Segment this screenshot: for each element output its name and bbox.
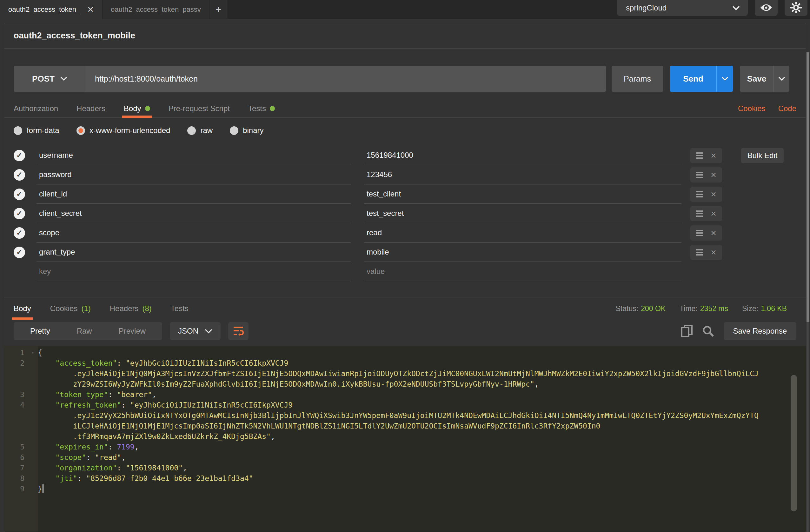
method-select[interactable]: POST bbox=[14, 66, 86, 92]
environment-select[interactable]: springCloud bbox=[617, 0, 748, 16]
code-line: 4 "refresh_token": "eyJhbGciOiJIUzI1NiIs… bbox=[4, 400, 806, 410]
delete-param-icon[interactable]: × bbox=[711, 170, 716, 180]
body-type-binary[interactable]: binary bbox=[230, 126, 263, 135]
url-input[interactable]: http://host1:8000/oauth/token bbox=[86, 66, 606, 92]
editor-scrollbar-thumb[interactable] bbox=[791, 375, 797, 511]
param-checkbox[interactable]: ✓ bbox=[14, 189, 25, 200]
urlencoded-params-editor: ✓ username 15619841000 × ✓ password 1234… bbox=[14, 146, 806, 281]
code-line: 2 "access_token": "eyJhbGciOiJIUzI1NiIsI… bbox=[4, 358, 806, 369]
wrap-lines-button[interactable] bbox=[228, 322, 248, 340]
drag-handle-icon[interactable] bbox=[696, 230, 703, 236]
send-options-button[interactable] bbox=[716, 66, 733, 92]
delete-param-icon[interactable]: × bbox=[711, 228, 716, 238]
param-value-input[interactable]: test_client bbox=[364, 184, 681, 204]
request-panel: oauth2_access_token_mobile POST http://h… bbox=[4, 23, 806, 532]
params-button[interactable]: Params bbox=[612, 66, 663, 92]
send-split-button: Send bbox=[670, 66, 733, 92]
param-key-input[interactable]: client_id bbox=[36, 184, 351, 204]
save-split-button: Save bbox=[740, 66, 789, 92]
tab-headers[interactable]: Headers bbox=[77, 99, 106, 117]
param-key-input[interactable]: password bbox=[36, 165, 351, 184]
save-options-button[interactable] bbox=[774, 66, 789, 92]
drag-handle-icon[interactable] bbox=[696, 249, 703, 256]
param-checkbox[interactable]: ✓ bbox=[14, 247, 25, 258]
param-key-input[interactable]: key bbox=[36, 262, 351, 281]
settings-button[interactable] bbox=[784, 0, 808, 16]
code-line: 3 "token_type": "bearer", bbox=[4, 389, 806, 400]
chevron-down-icon bbox=[60, 77, 67, 81]
param-value-input[interactable]: 123456 bbox=[364, 165, 681, 184]
drag-handle-icon[interactable] bbox=[696, 152, 703, 159]
tab-authorization[interactable]: Authorization bbox=[14, 99, 58, 117]
param-checkbox[interactable]: ✓ bbox=[14, 150, 25, 161]
new-tab-button[interactable]: + bbox=[210, 0, 228, 19]
response-meta: Status:200 OK Time:2352 ms Size:1.06 KB bbox=[616, 297, 796, 320]
response-format-select[interactable]: JSON bbox=[170, 322, 221, 340]
environment-quick-look-button[interactable] bbox=[755, 0, 778, 16]
response-tab-headers[interactable]: Headers (8) bbox=[110, 297, 152, 320]
chevron-down-icon bbox=[722, 77, 728, 81]
view-pretty-button[interactable]: Pretty bbox=[17, 327, 64, 336]
view-preview-button[interactable]: Preview bbox=[106, 327, 159, 336]
body-type-form-data[interactable]: form-data bbox=[14, 126, 59, 135]
code-line-wrap: .tf3MRmqavA7mjZXl9w0ZkLxed6UZkrkZ_4KDjg5… bbox=[4, 431, 806, 442]
drag-handle-icon[interactable] bbox=[696, 191, 703, 197]
environment-name: springCloud bbox=[626, 3, 666, 12]
search-icon[interactable] bbox=[702, 325, 714, 337]
view-raw-button[interactable]: Raw bbox=[64, 327, 106, 336]
param-value-input[interactable]: test_secret bbox=[364, 204, 681, 223]
time-badge: Time:2352 ms bbox=[680, 304, 728, 313]
tab-pre-request-script[interactable]: Pre-request Script bbox=[168, 99, 230, 117]
drag-handle-icon[interactable] bbox=[696, 172, 703, 178]
response-tabs: Body Cookies (1) Headers (8) Tests Statu… bbox=[4, 297, 806, 320]
fold-caret-icon[interactable]: ▾ bbox=[28, 348, 38, 358]
param-key-input[interactable]: grant_type bbox=[36, 242, 351, 262]
param-row: ✓ client_id test_client × bbox=[14, 184, 806, 204]
response-tab-cookies[interactable]: Cookies (1) bbox=[50, 297, 91, 320]
request-tabs: Authorization Headers Body Pre-request S… bbox=[4, 99, 806, 118]
page-scrollbar[interactable] bbox=[807, 52, 809, 532]
size-badge: Size:1.06 KB bbox=[742, 304, 787, 313]
body-type-x-www-form-urlencoded[interactable]: x-www-form-urlencoded bbox=[77, 126, 171, 135]
code-link[interactable]: Code bbox=[778, 104, 796, 113]
response-tab-tests[interactable]: Tests bbox=[171, 297, 189, 320]
param-checkbox[interactable]: ✓ bbox=[14, 208, 25, 219]
param-checkbox[interactable]: ✓ bbox=[14, 169, 25, 181]
response-tab-body[interactable]: Body bbox=[14, 297, 31, 320]
param-row: ✓ scope read × bbox=[14, 223, 806, 242]
param-row-empty: key value bbox=[14, 262, 806, 281]
page-scrollbar-thumb[interactable] bbox=[807, 52, 809, 322]
tab-oauth2-access-token-password[interactable]: oauth2_access_token_passv bbox=[102, 0, 210, 19]
cookies-link[interactable]: Cookies bbox=[738, 104, 765, 113]
delete-param-icon[interactable]: × bbox=[711, 190, 716, 199]
tab-oauth2-access-token[interactable]: oauth2_access_token_ ✕ bbox=[0, 0, 102, 19]
code-line-wrap: .eyJleHAiOjE1NjQ0MjA3MjcsInVzZXJfbmFtZSI… bbox=[4, 369, 806, 379]
bulk-edit-button[interactable]: Bulk Edit bbox=[741, 148, 784, 163]
param-value-input[interactable]: mobile bbox=[364, 242, 681, 262]
delete-param-icon[interactable]: × bbox=[711, 209, 716, 219]
tab-body[interactable]: Body bbox=[124, 99, 150, 117]
param-value-input[interactable]: value bbox=[364, 262, 681, 281]
tab-tests[interactable]: Tests bbox=[248, 99, 275, 117]
body-type-selector: form-data x-www-form-urlencoded raw bina… bbox=[14, 126, 796, 135]
drag-handle-icon[interactable] bbox=[696, 210, 703, 217]
save-button[interactable]: Save bbox=[740, 66, 774, 92]
save-response-button[interactable]: Save Response bbox=[724, 322, 796, 340]
param-key-input[interactable]: username bbox=[36, 146, 351, 165]
send-button[interactable]: Send bbox=[670, 66, 716, 92]
param-value-input[interactable]: read bbox=[364, 223, 681, 242]
param-key-input[interactable]: client_secret bbox=[36, 204, 351, 223]
param-key-input[interactable]: scope bbox=[36, 223, 351, 242]
gear-icon bbox=[790, 2, 802, 13]
param-checkbox[interactable]: ✓ bbox=[14, 227, 25, 239]
param-actions: × bbox=[690, 245, 722, 260]
delete-param-icon[interactable]: × bbox=[711, 151, 716, 160]
body-type-raw[interactable]: raw bbox=[187, 126, 213, 135]
param-value-input[interactable]: 15619841000 bbox=[364, 146, 681, 165]
copy-icon[interactable] bbox=[681, 325, 693, 337]
response-body-editor[interactable]: 1▾{ 2 "access_token": "eyJhbGciOiJIUzI1N… bbox=[4, 346, 806, 532]
param-actions: × bbox=[690, 148, 722, 163]
close-tab-icon[interactable]: ✕ bbox=[87, 5, 94, 15]
request-title: oauth2_access_token_mobile bbox=[14, 31, 135, 41]
delete-param-icon[interactable]: × bbox=[711, 247, 716, 257]
